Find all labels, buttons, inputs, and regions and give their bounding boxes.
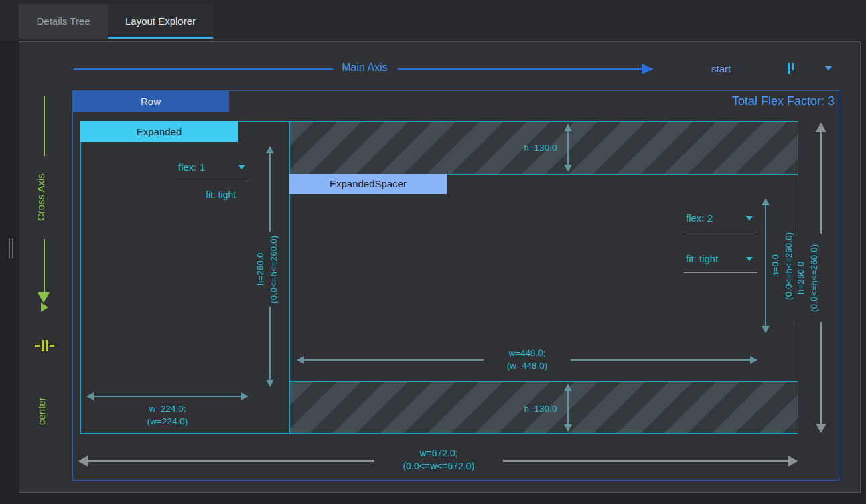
expanded-width-constraint: (w=224.0) bbox=[114, 415, 221, 428]
pane-splitter[interactable] bbox=[9, 238, 15, 258]
expanded-flex-value: flex: 1 bbox=[178, 161, 205, 173]
layout-explorer-screen: Details Tree Layout Explorer Main Axis s… bbox=[0, 0, 866, 504]
selected-tab-underline bbox=[108, 37, 213, 39]
row-height-constraint: (0.0<=h<=260.0) bbox=[808, 234, 821, 322]
expanded-width-value: w=224.0; bbox=[114, 402, 221, 415]
chevron-down-icon bbox=[238, 165, 245, 169]
chevron-down-icon bbox=[746, 216, 753, 220]
spacer-fit-value: fit: tight bbox=[686, 253, 718, 264]
expanded-spacer-widget-header[interactable]: ExpandedSpacer bbox=[289, 174, 447, 194]
main-axis-alignment-value[interactable]: start bbox=[711, 63, 731, 74]
alignment-icon-bar bbox=[792, 63, 794, 70]
expanded-fit-label[interactable]: fit: tight bbox=[206, 189, 236, 200]
tab-bar: Details Tree Layout Explorer bbox=[0, 0, 866, 41]
spacer-flex-underline bbox=[684, 232, 757, 232]
spacer-width-constraint: (w=448.0) bbox=[484, 359, 571, 372]
expanded-height-value: h=260.0 bbox=[254, 232, 267, 307]
spacer-flex-dropdown[interactable]: flex: 2 bbox=[686, 212, 753, 224]
chevron-down-icon bbox=[746, 257, 753, 261]
row-width-value: w=672.0; bbox=[374, 447, 503, 460]
spacer-fit-underline bbox=[684, 272, 757, 273]
tab-layout-explorer[interactable]: Layout Explorer bbox=[108, 4, 213, 39]
expanded-width-arrow bbox=[87, 396, 248, 397]
alignment-icon-bar bbox=[788, 63, 790, 74]
free-space-bottom-arrow bbox=[567, 384, 569, 431]
cross-axis-alignment-icon[interactable] bbox=[35, 338, 55, 354]
expanded-height-label: h=260.0 (0.0<=h<=260.0) bbox=[254, 232, 286, 307]
free-space-top-label: h=130.0 bbox=[517, 141, 564, 154]
free-space-top-arrow bbox=[567, 124, 569, 171]
spacer-height-constraint: (0.0<=h<=260.0) bbox=[782, 219, 796, 313]
tab-details-tree[interactable]: Details Tree bbox=[19, 4, 108, 39]
alignment-icon-dash bbox=[50, 345, 54, 347]
spacer-width-value: w=448.0; bbox=[484, 347, 571, 359]
alignment-icon-dash bbox=[35, 345, 40, 347]
row-width-label: w=672.0; (0.0<=w<=672.0) bbox=[374, 447, 503, 473]
spacer-width-label: w=448.0; (w=448.0) bbox=[484, 347, 571, 372]
row-height-label: h=260.0 (0.0<=h<=260.0) bbox=[794, 234, 825, 322]
expanded-width-label: w=224.0; (w=224.0) bbox=[114, 402, 221, 428]
spacer-height-arrow bbox=[765, 199, 766, 333]
expanded-flex-underline bbox=[177, 179, 249, 179]
expanded-flex-dropdown[interactable]: flex: 1 bbox=[178, 161, 245, 173]
alignment-icon-bar bbox=[42, 340, 44, 351]
spacer-flex-value: flex: 2 bbox=[686, 212, 713, 224]
cross-axis-arrow-line-top bbox=[44, 96, 45, 156]
spacer-fit-dropdown[interactable]: fit: tight bbox=[686, 253, 753, 264]
row-height-value: h=260.0 bbox=[794, 234, 808, 322]
alignment-icon-bar bbox=[46, 340, 48, 351]
main-axis-label: Main Axis bbox=[333, 62, 396, 74]
main-axis-arrowhead-icon bbox=[642, 64, 654, 74]
row-widget-header[interactable]: Row bbox=[72, 90, 229, 112]
row-width-constraint: (0.0<=w<=672.0) bbox=[374, 460, 503, 473]
total-flex-factor-label: Total Flex Factor: 3 bbox=[589, 94, 835, 108]
main-axis-alignment-chevron-down-icon[interactable] bbox=[825, 66, 832, 70]
expanded-height-constraint: (0.0<=h<=260.0) bbox=[267, 232, 281, 307]
splitter-grip-bar bbox=[9, 238, 10, 258]
cross-axis-arrow-line-bottom bbox=[44, 239, 45, 292]
tab-layout-explorer-label: Layout Explorer bbox=[125, 15, 196, 27]
main-axis-alignment-icon[interactable] bbox=[786, 62, 797, 74]
expander-arrow-icon[interactable] bbox=[41, 303, 48, 312]
main-axis-arrow-line-right bbox=[398, 68, 642, 70]
cross-axis-arrowhead-icon bbox=[38, 292, 50, 303]
spacer-height-value: h=0.0 bbox=[769, 219, 782, 313]
free-space-bottom-label: h=130.0 bbox=[517, 402, 564, 415]
main-axis-arrow-line-left bbox=[74, 68, 333, 70]
expanded-widget-header[interactable]: Expanded bbox=[80, 121, 238, 142]
cross-axis-label: Cross Axis bbox=[35, 157, 54, 238]
splitter-grip-bar bbox=[12, 238, 13, 258]
cross-axis-alignment-value[interactable]: center bbox=[35, 387, 54, 435]
